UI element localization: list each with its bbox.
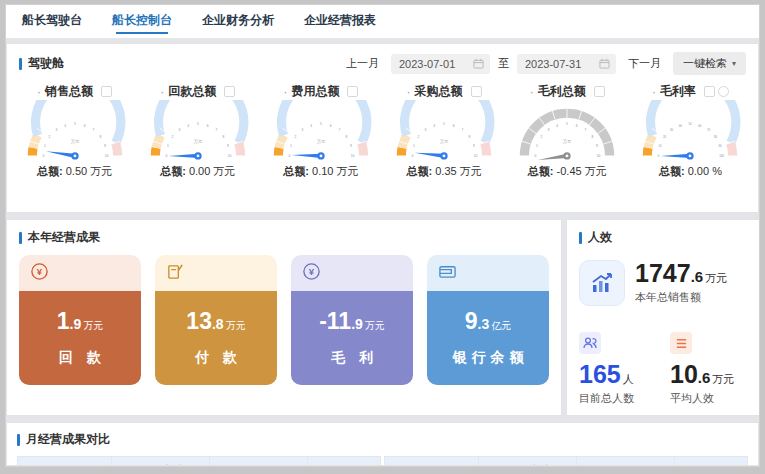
- card-label: 付 款: [190, 349, 242, 367]
- svg-text:4: 4: [310, 124, 312, 128]
- gauge-chart: 012345678910万元: [265, 100, 377, 163]
- svg-text:2: 2: [295, 135, 297, 139]
- quick-search-button[interactable]: 一键检索 ▾: [673, 52, 746, 75]
- column-header: 分类: [385, 457, 479, 467]
- date-range-to-label: 至: [498, 56, 509, 71]
- gauge-total: 总额: 0.00 万元: [160, 164, 235, 179]
- date-to-input[interactable]: [523, 57, 593, 71]
- gauge-chart: 012345678910万元: [388, 100, 500, 163]
- calendar-icon: [473, 58, 484, 69]
- column-header: 上月同期: [210, 457, 308, 467]
- comparison-table-0: 分类本月统计上月同期比较销售客户1.002.00↓1.00: [17, 456, 381, 466]
- svg-text:8: 8: [346, 135, 348, 139]
- svg-text:5: 5: [320, 122, 322, 126]
- title-accent-bar: [19, 58, 22, 70]
- svg-text:10: 10: [474, 154, 478, 158]
- svg-text:8: 8: [99, 135, 101, 139]
- svg-text:8: 8: [592, 135, 594, 139]
- expand-icon[interactable]: [347, 86, 358, 97]
- efficiency-section-title: 人效: [579, 229, 760, 246]
- svg-text:3: 3: [178, 128, 180, 132]
- date-to-box[interactable]: [517, 54, 616, 74]
- chevron-down-icon: ▾: [732, 59, 736, 68]
- gauge-0: ·销售总额012345678910万元总额: 0.50 万元: [13, 79, 136, 208]
- svg-text:0: 0: [535, 154, 537, 158]
- svg-text:5: 5: [443, 122, 445, 126]
- prev-month-button[interactable]: 上一月: [342, 53, 383, 74]
- gauge-chart: 0102030405060708090100: [634, 100, 746, 163]
- gauge-needle: [415, 153, 444, 158]
- svg-text:万元: 万元: [194, 139, 203, 144]
- expand-icon[interactable]: [471, 86, 482, 97]
- card-label: 回 款: [54, 349, 106, 367]
- date-from-input[interactable]: [397, 57, 467, 71]
- svg-text:1: 1: [413, 144, 415, 148]
- kpi-card-3: 9.3亿元银行余额: [427, 255, 549, 385]
- svg-text:¥: ¥: [37, 266, 43, 277]
- date-controls: 上一月 至 下一月 一键检索 ▾: [342, 52, 746, 75]
- title-accent-bar: [579, 232, 582, 244]
- svg-text:3: 3: [425, 128, 427, 132]
- card-label: 银行余额: [448, 349, 529, 367]
- settings-icon[interactable]: [718, 86, 729, 97]
- column-header: 比较: [675, 457, 748, 467]
- next-month-button[interactable]: 下一月: [624, 53, 665, 74]
- svg-text:0: 0: [412, 154, 414, 158]
- svg-text:7: 7: [585, 128, 587, 132]
- svg-text:7: 7: [462, 128, 464, 132]
- tab-1[interactable]: 船长控制台: [110, 4, 174, 38]
- expand-icon[interactable]: [224, 86, 235, 97]
- svg-text:万元: 万元: [440, 139, 449, 144]
- column-header: 本月统计: [112, 457, 210, 467]
- expand-icon[interactable]: [704, 86, 715, 97]
- stat-caption: 本年总销售额: [635, 290, 727, 305]
- gauge-row: ·销售总额012345678910万元总额: 0.50 万元·回款总额01234…: [7, 77, 758, 212]
- total-sales-stat: 1747.6万元本年总销售额: [579, 260, 760, 306]
- svg-text:5: 5: [566, 122, 568, 126]
- gauge-chart: 012345678910万元: [511, 100, 623, 163]
- svg-text:60: 60: [699, 124, 703, 128]
- svg-text:万元: 万元: [70, 139, 79, 144]
- svg-text:万元: 万元: [317, 139, 326, 144]
- tab-2[interactable]: 企业财务分析: [200, 4, 276, 38]
- gauge-total: 总额: 0.35 万元: [407, 164, 482, 179]
- svg-text:7: 7: [215, 128, 217, 132]
- svg-text:1: 1: [44, 144, 46, 148]
- expand-icon[interactable]: [594, 86, 605, 97]
- gauge-title: ·销售总额: [37, 83, 112, 100]
- gauge-total: 总额: 0.50 万元: [37, 164, 112, 179]
- tab-0[interactable]: 船长驾驶台: [20, 4, 84, 38]
- svg-text:10: 10: [659, 144, 663, 148]
- date-from-box[interactable]: [391, 54, 490, 74]
- svg-text:1: 1: [536, 144, 538, 148]
- expand-icon[interactable]: [101, 86, 112, 97]
- svg-text:9: 9: [104, 144, 106, 148]
- yuan-refresh-icon: ¥: [30, 262, 49, 285]
- svg-text:¥: ¥: [309, 266, 315, 277]
- svg-text:9: 9: [596, 144, 598, 148]
- card-value: 9.3亿元: [465, 310, 511, 333]
- annual-section-title: 本年经营成果: [19, 229, 549, 246]
- svg-text:1: 1: [167, 144, 169, 148]
- svg-text:3: 3: [302, 128, 304, 132]
- svg-text:3: 3: [55, 128, 57, 132]
- column-header: 比较: [308, 457, 381, 467]
- svg-text:5: 5: [197, 122, 199, 126]
- gauge-needle: [291, 154, 321, 158]
- sub-stat-1: 10.6万元平均人效: [670, 332, 760, 406]
- kpi-card-2: ¥-11.9万元毛 利: [291, 255, 413, 385]
- column-header: 分类: [18, 457, 112, 467]
- tab-3[interactable]: 企业经营报表: [302, 4, 378, 38]
- card-value: -11.9万元: [319, 310, 385, 333]
- svg-text:3: 3: [548, 128, 550, 132]
- cockpit-panel: 驾驶舱 上一月 至 下一月 一键检索 ▾ ·销售总额01: [6, 43, 759, 213]
- gauge-title: ·费用总额: [283, 83, 358, 100]
- gauge-needle: [538, 154, 567, 160]
- svg-text:万元: 万元: [563, 139, 572, 144]
- gauge-title: ·采购总额: [407, 83, 482, 100]
- svg-text:30: 30: [670, 128, 674, 132]
- efficiency-panel: 人效 1747.6万元本年总销售额165人目前总人数10.6万元平均人效: [566, 219, 760, 416]
- card-value: 1.9万元: [57, 310, 103, 333]
- calendar-icon: [599, 58, 610, 69]
- gauge-title: ·回款总额: [160, 83, 235, 100]
